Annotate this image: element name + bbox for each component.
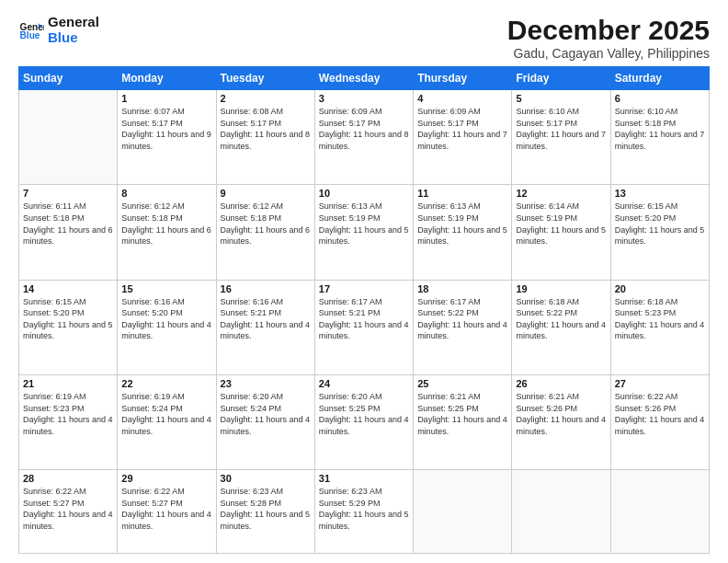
calendar-cell: 9Sunrise: 6:12 AMSunset: 5:18 PMDaylight… bbox=[216, 185, 314, 280]
svg-text:Blue: Blue bbox=[20, 30, 40, 40]
calendar-cell: 11Sunrise: 6:13 AMSunset: 5:19 PMDayligh… bbox=[414, 185, 512, 280]
calendar-cell: 24Sunrise: 6:20 AMSunset: 5:25 PMDayligh… bbox=[314, 374, 413, 469]
calendar-cell: 13Sunrise: 6:15 AMSunset: 5:20 PMDayligh… bbox=[610, 185, 709, 280]
calendar-cell: 22Sunrise: 6:19 AMSunset: 5:24 PMDayligh… bbox=[118, 374, 216, 469]
day-number: 6 bbox=[615, 93, 705, 104]
calendar-day-header: Wednesday bbox=[314, 67, 413, 90]
day-number: 3 bbox=[319, 93, 409, 104]
day-info: Sunrise: 6:13 AMSunset: 5:19 PMDaylight:… bbox=[417, 201, 507, 247]
day-number: 10 bbox=[319, 188, 409, 199]
day-info: Sunrise: 6:19 AMSunset: 5:23 PMDaylight:… bbox=[23, 391, 113, 437]
calendar-cell: 10Sunrise: 6:13 AMSunset: 5:19 PMDayligh… bbox=[314, 185, 413, 280]
calendar-cell: 17Sunrise: 6:17 AMSunset: 5:21 PMDayligh… bbox=[314, 280, 413, 374]
calendar-cell: 26Sunrise: 6:21 AMSunset: 5:26 PMDayligh… bbox=[512, 374, 610, 469]
day-number: 4 bbox=[417, 93, 507, 104]
day-info: Sunrise: 6:17 AMSunset: 5:22 PMDaylight:… bbox=[417, 296, 507, 342]
day-number: 13 bbox=[615, 188, 705, 199]
day-number: 12 bbox=[516, 188, 606, 199]
day-info: Sunrise: 6:23 AMSunset: 5:28 PMDaylight:… bbox=[221, 486, 311, 532]
calendar-cell: 21Sunrise: 6:19 AMSunset: 5:23 PMDayligh… bbox=[19, 374, 118, 469]
day-number: 21 bbox=[23, 378, 113, 389]
day-number: 1 bbox=[121, 93, 211, 104]
calendar-day-header: Sunday bbox=[19, 67, 118, 90]
day-info: Sunrise: 6:15 AMSunset: 5:20 PMDaylight:… bbox=[23, 296, 113, 342]
day-number: 11 bbox=[417, 188, 507, 199]
calendar-day-header: Monday bbox=[118, 67, 216, 90]
day-info: Sunrise: 6:21 AMSunset: 5:26 PMDaylight:… bbox=[516, 391, 606, 437]
logo-icon: General Blue bbox=[18, 17, 44, 43]
calendar-cell: 3Sunrise: 6:09 AMSunset: 5:17 PMDaylight… bbox=[314, 90, 413, 185]
day-info: Sunrise: 6:12 AMSunset: 5:18 PMDaylight:… bbox=[121, 201, 211, 247]
day-info: Sunrise: 6:14 AMSunset: 5:19 PMDaylight:… bbox=[516, 201, 606, 247]
calendar-cell: 30Sunrise: 6:23 AMSunset: 5:28 PMDayligh… bbox=[216, 470, 314, 554]
day-info: Sunrise: 6:16 AMSunset: 5:21 PMDaylight:… bbox=[221, 296, 311, 342]
day-number: 25 bbox=[417, 378, 507, 389]
day-info: Sunrise: 6:08 AMSunset: 5:17 PMDaylight:… bbox=[221, 106, 311, 152]
calendar-cell bbox=[19, 90, 118, 185]
calendar-cell: 29Sunrise: 6:22 AMSunset: 5:27 PMDayligh… bbox=[118, 470, 216, 554]
day-number: 2 bbox=[221, 93, 311, 104]
calendar-cell: 12Sunrise: 6:14 AMSunset: 5:19 PMDayligh… bbox=[512, 185, 610, 280]
calendar-cell: 1Sunrise: 6:07 AMSunset: 5:17 PMDaylight… bbox=[118, 90, 216, 185]
day-info: Sunrise: 6:16 AMSunset: 5:20 PMDaylight:… bbox=[121, 296, 211, 342]
calendar-cell: 2Sunrise: 6:08 AMSunset: 5:17 PMDaylight… bbox=[216, 90, 314, 185]
logo-text: GeneralBlue bbox=[48, 15, 99, 45]
day-number: 29 bbox=[121, 473, 211, 484]
day-number: 22 bbox=[121, 378, 211, 389]
day-info: Sunrise: 6:09 AMSunset: 5:17 PMDaylight:… bbox=[319, 106, 409, 152]
day-number: 23 bbox=[221, 378, 311, 389]
day-info: Sunrise: 6:15 AMSunset: 5:20 PMDaylight:… bbox=[615, 201, 705, 247]
day-info: Sunrise: 6:18 AMSunset: 5:23 PMDaylight:… bbox=[615, 296, 705, 342]
day-number: 18 bbox=[417, 283, 507, 294]
day-number: 8 bbox=[121, 188, 211, 199]
calendar-cell: 8Sunrise: 6:12 AMSunset: 5:18 PMDaylight… bbox=[118, 185, 216, 280]
calendar-day-header: Friday bbox=[512, 67, 610, 90]
day-number: 26 bbox=[516, 378, 606, 389]
day-number: 28 bbox=[23, 473, 113, 484]
calendar-cell bbox=[610, 470, 709, 554]
calendar-table: SundayMondayTuesdayWednesdayThursdayFrid… bbox=[18, 66, 710, 554]
main-title: December 2025 bbox=[507, 15, 710, 46]
day-info: Sunrise: 6:17 AMSunset: 5:21 PMDaylight:… bbox=[319, 296, 409, 342]
day-info: Sunrise: 6:10 AMSunset: 5:17 PMDaylight:… bbox=[516, 106, 606, 152]
calendar-cell: 7Sunrise: 6:11 AMSunset: 5:18 PMDaylight… bbox=[19, 185, 118, 280]
calendar-cell: 16Sunrise: 6:16 AMSunset: 5:21 PMDayligh… bbox=[216, 280, 314, 374]
calendar-cell: 6Sunrise: 6:10 AMSunset: 5:18 PMDaylight… bbox=[610, 90, 709, 185]
day-number: 14 bbox=[23, 283, 113, 294]
day-info: Sunrise: 6:11 AMSunset: 5:18 PMDaylight:… bbox=[23, 201, 113, 247]
subtitle: Gadu, Cagayan Valley, Philippines bbox=[507, 46, 710, 61]
day-number: 31 bbox=[319, 473, 409, 484]
calendar-cell: 27Sunrise: 6:22 AMSunset: 5:26 PMDayligh… bbox=[610, 374, 709, 469]
day-info: Sunrise: 6:21 AMSunset: 5:25 PMDaylight:… bbox=[417, 391, 507, 437]
calendar-day-header: Saturday bbox=[610, 67, 709, 90]
day-info: Sunrise: 6:23 AMSunset: 5:29 PMDaylight:… bbox=[319, 486, 409, 532]
calendar-day-header: Thursday bbox=[414, 67, 512, 90]
calendar-cell: 15Sunrise: 6:16 AMSunset: 5:20 PMDayligh… bbox=[118, 280, 216, 374]
calendar-cell: 4Sunrise: 6:09 AMSunset: 5:17 PMDaylight… bbox=[414, 90, 512, 185]
day-number: 19 bbox=[516, 283, 606, 294]
day-number: 24 bbox=[319, 378, 409, 389]
calendar-day-header: Tuesday bbox=[216, 67, 314, 90]
day-info: Sunrise: 6:22 AMSunset: 5:27 PMDaylight:… bbox=[23, 486, 113, 532]
day-number: 7 bbox=[23, 188, 113, 199]
calendar-cell bbox=[414, 470, 512, 554]
header: General Blue GeneralBlue December 2025 G… bbox=[18, 15, 710, 61]
day-info: Sunrise: 6:18 AMSunset: 5:22 PMDaylight:… bbox=[516, 296, 606, 342]
day-info: Sunrise: 6:20 AMSunset: 5:24 PMDaylight:… bbox=[221, 391, 311, 437]
calendar-cell: 5Sunrise: 6:10 AMSunset: 5:17 PMDaylight… bbox=[512, 90, 610, 185]
calendar-cell: 20Sunrise: 6:18 AMSunset: 5:23 PMDayligh… bbox=[610, 280, 709, 374]
calendar-cell: 31Sunrise: 6:23 AMSunset: 5:29 PMDayligh… bbox=[314, 470, 413, 554]
calendar-cell: 28Sunrise: 6:22 AMSunset: 5:27 PMDayligh… bbox=[19, 470, 118, 554]
calendar-cell: 18Sunrise: 6:17 AMSunset: 5:22 PMDayligh… bbox=[414, 280, 512, 374]
day-number: 27 bbox=[615, 378, 705, 389]
day-info: Sunrise: 6:19 AMSunset: 5:24 PMDaylight:… bbox=[121, 391, 211, 437]
day-number: 16 bbox=[221, 283, 311, 294]
calendar-cell bbox=[512, 470, 610, 554]
day-number: 17 bbox=[319, 283, 409, 294]
calendar-cell: 19Sunrise: 6:18 AMSunset: 5:22 PMDayligh… bbox=[512, 280, 610, 374]
day-info: Sunrise: 6:22 AMSunset: 5:27 PMDaylight:… bbox=[121, 486, 211, 532]
day-info: Sunrise: 6:13 AMSunset: 5:19 PMDaylight:… bbox=[319, 201, 409, 247]
day-info: Sunrise: 6:10 AMSunset: 5:18 PMDaylight:… bbox=[615, 106, 705, 152]
logo: General Blue GeneralBlue bbox=[18, 15, 99, 45]
calendar-header-row: SundayMondayTuesdayWednesdayThursdayFrid… bbox=[19, 67, 710, 90]
